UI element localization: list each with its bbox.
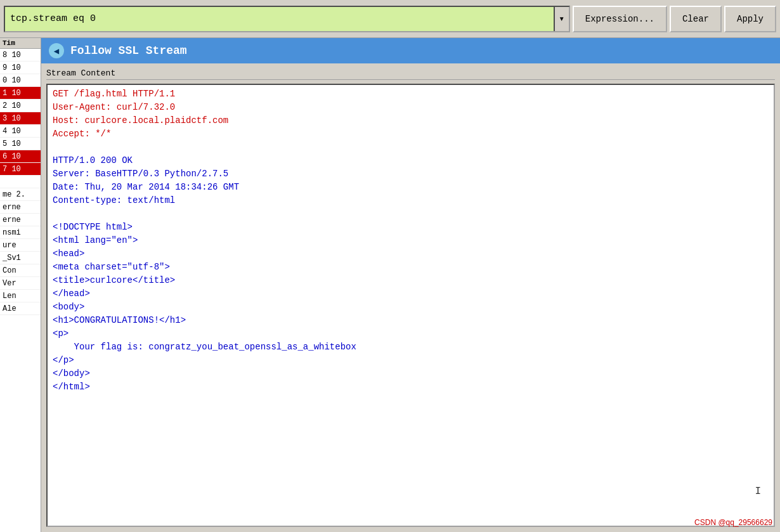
stream-line: </body>: [53, 367, 769, 380]
sidebar-row: erne: [0, 214, 41, 226]
stream-line: [53, 141, 769, 154]
stream-line: <body>: [53, 301, 769, 314]
stream-line: User-Agent: curl/7.32.0: [53, 101, 769, 114]
stream-line: <head>: [53, 247, 769, 261]
sidebar-row: _Sv1: [0, 252, 41, 264]
stream-line: <!DOCTYPE html>: [53, 221, 769, 234]
sidebar-row: 9 10: [0, 62, 41, 74]
sidebar-row: 8 10: [0, 49, 41, 62]
apply-button[interactable]: Apply: [724, 6, 776, 32]
clear-button[interactable]: Clear: [670, 6, 722, 32]
stream-content-label: Stream Content: [46, 68, 775, 80]
sidebar-row: [0, 176, 41, 188]
ssl-dialog-title-text: Follow SSL Stream: [70, 44, 187, 57]
stream-line: Your flag is: congratz_you_beat_openssl_…: [53, 341, 769, 354]
sidebar-row: 1 10: [0, 87, 41, 100]
stream-line: Server: BaseHTTP/0.3 Python/2.7.5: [53, 167, 769, 181]
sidebar-row: Ale: [0, 302, 41, 315]
stream-line: <meta charset="utf-8">: [53, 261, 769, 274]
stream-line: <p>: [53, 327, 769, 341]
stream-line: Accept: */*: [53, 127, 769, 141]
dropdown-arrow-icon: ▼: [559, 15, 565, 22]
stream-line: [53, 207, 769, 221]
stream-line: </html>: [53, 380, 769, 394]
sidebar-header: Tim: [0, 38, 41, 49]
sidebar-row: ure: [0, 239, 41, 252]
stream-line: </p>: [53, 354, 769, 367]
sidebar-rows: 8 109 100 101 102 103 104 105 106 107 10…: [0, 49, 41, 315]
sidebar-row: nsmi: [0, 226, 41, 239]
watermark: CSDN @qq_29566629: [694, 518, 772, 527]
sidebar-row: erne: [0, 201, 41, 214]
sidebar-row: 4 10: [0, 125, 41, 138]
stream-line: GET /flag.html HTTP/1.1: [53, 88, 769, 101]
filter-input[interactable]: [5, 7, 554, 31]
stream-line: <html lang="en">: [53, 234, 769, 247]
sidebar-row: 3 10: [0, 112, 41, 125]
stream-line: Host: curlcore.local.plaidctf.com: [53, 114, 769, 127]
sidebar-row: Con: [0, 264, 41, 277]
sidebar-row: 2 10: [0, 100, 41, 112]
content-area: ◀ Follow SSL Stream Stream Content GET /…: [41, 38, 780, 532]
stream-line: <title>curlcore</title>: [53, 274, 769, 287]
filter-dropdown-button[interactable]: ▼: [554, 7, 569, 31]
stream-line: Date: Thu, 20 Mar 2014 18:34:26 GMT: [53, 181, 769, 194]
ssl-dialog-title-bar: ◀ Follow SSL Stream: [41, 38, 780, 63]
expression-button[interactable]: Expression...: [573, 6, 667, 32]
sidebar-row: Len: [0, 290, 41, 302]
stream-line: <h1>CONGRATULATIONS!</h1>: [53, 314, 769, 327]
filter-input-wrap: ▼: [4, 6, 570, 32]
sidebar-row: 7 10: [0, 163, 41, 176]
stream-line: HTTP/1.0 200 OK: [53, 154, 769, 167]
sidebar-row: 6 10: [0, 150, 41, 163]
stream-line: Content-type: text/html: [53, 194, 769, 207]
sidebar-row: Ver: [0, 277, 41, 290]
stream-content-box[interactable]: GET /flag.html HTTP/1.1User-Agent: curl/…: [46, 84, 775, 527]
ssl-stream-icon: ◀: [49, 43, 64, 58]
sidebar: Tim 8 109 100 101 102 103 104 105 106 10…: [0, 38, 41, 532]
sidebar-row: 5 10: [0, 138, 41, 150]
filter-bar: ▼ Expression... Clear Apply: [0, 0, 780, 38]
main-area: Tim 8 109 100 101 102 103 104 105 106 10…: [0, 38, 780, 532]
stream-content-wrapper: Stream Content GET /flag.html HTTP/1.1Us…: [41, 63, 780, 532]
stream-line: </head>: [53, 287, 769, 301]
sidebar-row: 0 10: [0, 74, 41, 87]
ssl-dialog: ◀ Follow SSL Stream Stream Content GET /…: [41, 38, 780, 532]
sidebar-row: me 2.: [0, 188, 41, 201]
